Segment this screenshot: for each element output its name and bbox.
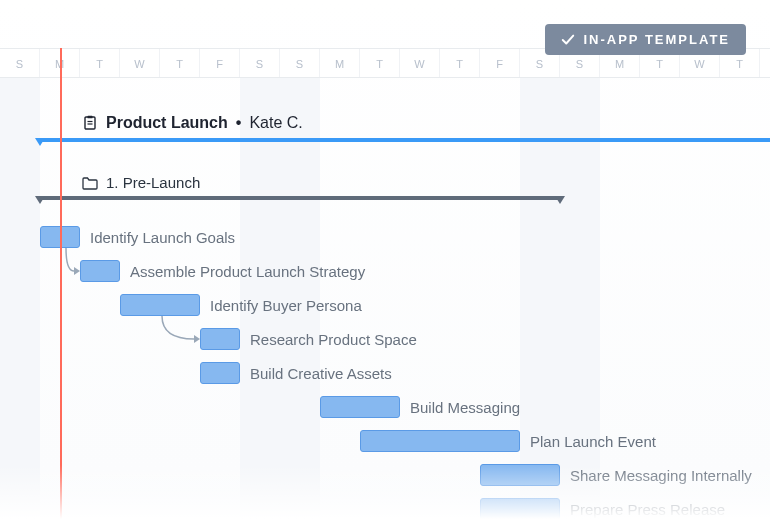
folder-icon	[82, 176, 98, 190]
task-bar[interactable]: Share Messaging Internally	[480, 464, 752, 486]
svg-rect-0	[85, 117, 95, 129]
task-bar[interactable]: Build Creative Assets	[200, 362, 392, 384]
day-header-cell: S	[240, 49, 280, 77]
day-header-cell: T	[80, 49, 120, 77]
task-label: Build Messaging	[410, 399, 520, 416]
phase-title: 1. Pre-Launch	[106, 174, 200, 191]
task-bar-fill[interactable]	[480, 498, 560, 520]
task-label: Identify Buyer Persona	[210, 297, 362, 314]
day-header-cell: T	[440, 49, 480, 77]
task-label: Assemble Product Launch Strategy	[130, 263, 365, 280]
gantt-canvas: IN-APP TEMPLATE SMTWTFSSMTWTFSSMTWTF Pro…	[0, 0, 770, 525]
check-icon	[561, 33, 575, 47]
task-label: Plan Launch Event	[530, 433, 656, 450]
in-app-template-badge: IN-APP TEMPLATE	[545, 24, 746, 55]
task-bar-fill[interactable]	[360, 430, 520, 452]
day-header-cell: T	[360, 49, 400, 77]
badge-label: IN-APP TEMPLATE	[583, 32, 730, 47]
task-bar[interactable]: Identify Launch Goals	[40, 226, 235, 248]
task-bar-fill[interactable]	[120, 294, 200, 316]
clipboard-icon	[82, 115, 98, 131]
task-bar[interactable]: Identify Buyer Persona	[120, 294, 362, 316]
task-bar[interactable]: Prepare Press Release	[480, 498, 725, 520]
day-header-cell: S	[0, 49, 40, 77]
day-header-cell: T	[160, 49, 200, 77]
today-marker	[60, 48, 62, 525]
task-bar-fill[interactable]	[200, 362, 240, 384]
project-title: Product Launch	[106, 114, 228, 132]
task-label: Build Creative Assets	[250, 365, 392, 382]
svg-rect-1	[88, 116, 93, 119]
task-bar-fill[interactable]	[320, 396, 400, 418]
task-bar[interactable]: Research Product Space	[200, 328, 417, 350]
day-header-cell: W	[120, 49, 160, 77]
phase-header[interactable]: 1. Pre-Launch	[0, 174, 770, 191]
phase-summary-bar[interactable]	[40, 196, 560, 206]
day-header-cell: F	[760, 49, 770, 77]
task-bar[interactable]: Assemble Product Launch Strategy	[80, 260, 365, 282]
project-summary-bar[interactable]	[40, 138, 770, 148]
task-label: Identify Launch Goals	[90, 229, 235, 246]
task-bar[interactable]: Build Messaging	[320, 396, 520, 418]
day-header-cell: F	[480, 49, 520, 77]
task-label: Research Product Space	[250, 331, 417, 348]
task-bar[interactable]: Plan Launch Event	[360, 430, 656, 452]
project-owner: Kate C.	[249, 114, 302, 132]
day-header-cell: F	[200, 49, 240, 77]
task-label: Prepare Press Release	[570, 501, 725, 518]
weekend-band	[0, 78, 40, 525]
day-header-cell: S	[280, 49, 320, 77]
day-header-cell: W	[400, 49, 440, 77]
day-header-cell: M	[320, 49, 360, 77]
gantt-grid[interactable]: Product Launch • Kate C. 1. Pre-Launch I…	[0, 78, 770, 525]
separator: •	[236, 114, 242, 132]
task-bar-fill[interactable]	[200, 328, 240, 350]
task-label: Share Messaging Internally	[570, 467, 752, 484]
task-bar-fill[interactable]	[80, 260, 120, 282]
task-bar-fill[interactable]	[480, 464, 560, 486]
project-header[interactable]: Product Launch • Kate C.	[0, 114, 770, 132]
